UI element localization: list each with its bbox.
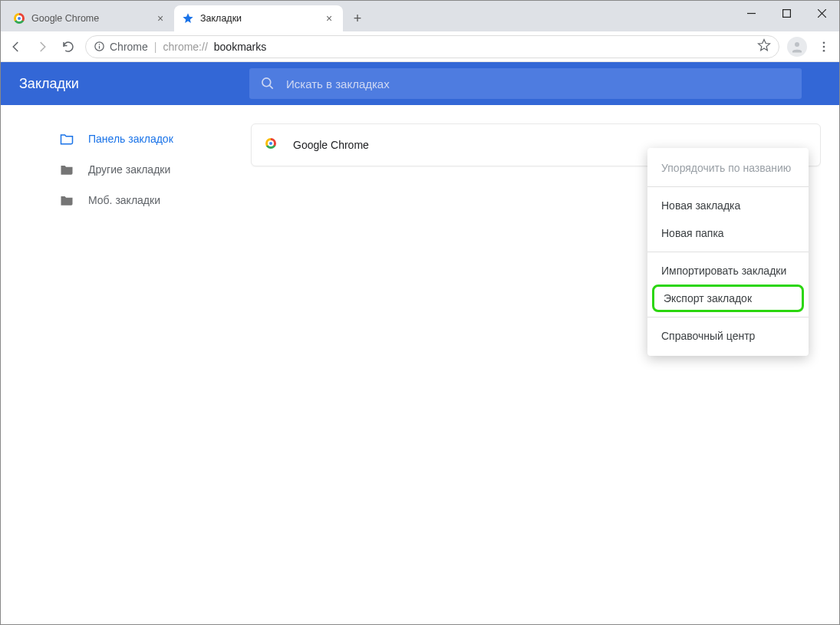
address-bar[interactable]: Chrome | chrome://bookmarks <box>85 35 779 58</box>
reload-button[interactable] <box>59 38 77 56</box>
chrome-icon <box>13 12 25 25</box>
close-window-button[interactable] <box>804 1 839 25</box>
page-title: Закладки <box>19 76 249 92</box>
menu-export-bookmarks[interactable]: Экспорт закладок <box>652 285 804 312</box>
search-input[interactable] <box>286 77 791 90</box>
menu-new-bookmark[interactable]: Новая закладка <box>647 192 809 219</box>
folder-icon <box>59 192 74 208</box>
bookmarks-page: Закладки Панель закладок Другие з <box>1 62 839 624</box>
menu-separator <box>647 186 809 187</box>
tab-title: Google Chrome <box>31 13 154 24</box>
close-icon[interactable]: × <box>323 12 335 25</box>
svg-point-9 <box>823 45 825 48</box>
svg-point-8 <box>823 41 825 44</box>
folder-icon <box>59 131 74 146</box>
sidebar-item-bookmarks-bar[interactable]: Панель закладок <box>59 123 251 154</box>
search-box[interactable] <box>249 68 802 99</box>
profile-avatar-button[interactable] <box>787 37 807 57</box>
sidebar-item-label: Другие закладки <box>88 163 170 176</box>
window-controls <box>733 1 839 25</box>
menu-import-bookmarks[interactable]: Импортировать закладки <box>647 257 809 285</box>
close-icon[interactable]: × <box>154 12 166 25</box>
svg-rect-1 <box>782 9 790 17</box>
sidebar-item-other-bookmarks[interactable]: Другие закладки <box>59 154 251 185</box>
svg-point-10 <box>823 49 825 51</box>
browser-window: Google Chrome × Закладки × + <box>0 0 840 625</box>
svg-point-5 <box>99 44 100 45</box>
url-prefix: chrome:// <box>163 41 207 53</box>
toolbar: Chrome | chrome://bookmarks <box>1 31 839 62</box>
minimize-button[interactable] <box>733 1 769 25</box>
sidebar-item-label: Панель закладок <box>88 133 173 145</box>
svg-point-7 <box>795 42 799 47</box>
sidebar-item-label: Моб. закладки <box>88 194 160 206</box>
menu-help-center[interactable]: Справочный центр <box>647 322 809 350</box>
menu-separator <box>647 252 809 252</box>
tab-strip: Google Chrome × Закладки × + <box>1 1 369 31</box>
maximize-button[interactable] <box>769 1 804 25</box>
tab-title: Закладки <box>200 13 323 24</box>
page-header: Закладки <box>1 62 839 105</box>
tab-google-chrome[interactable]: Google Chrome × <box>5 5 174 31</box>
menu-separator <box>647 317 809 317</box>
browser-menu-button[interactable] <box>815 38 833 56</box>
chrome-icon <box>265 138 279 152</box>
forward-button[interactable] <box>33 38 51 56</box>
bookmark-title: Google Chrome <box>293 139 369 151</box>
menu-new-folder[interactable]: Новая папка <box>647 219 809 247</box>
folder-icon <box>59 162 74 177</box>
tab-bookmarks[interactable]: Закладки × <box>174 5 343 31</box>
url-path: bookmarks <box>214 41 266 53</box>
site-chip[interactable]: Chrome <box>94 41 148 53</box>
site-chip-label: Chrome <box>110 41 148 53</box>
star-icon <box>182 12 194 25</box>
search-icon <box>260 76 275 91</box>
sidebar-item-mobile-bookmarks[interactable]: Моб. закладки <box>59 185 251 215</box>
svg-rect-6 <box>99 46 100 49</box>
bookmark-star-button[interactable] <box>757 38 771 54</box>
svg-line-12 <box>270 86 273 89</box>
menu-sort-by-name: Упорядочить по названию <box>647 154 809 182</box>
info-icon <box>94 41 105 52</box>
titlebar: Google Chrome × Закладки × + <box>1 1 839 31</box>
back-button[interactable] <box>7 38 25 56</box>
sidebar: Панель закладок Другие закладки Моб. зак… <box>1 105 251 624</box>
chip-separator: | <box>154 41 157 53</box>
new-tab-button[interactable]: + <box>346 7 369 30</box>
organize-menu: Упорядочить по названию Новая закладка Н… <box>647 148 809 356</box>
svg-point-11 <box>262 78 271 87</box>
